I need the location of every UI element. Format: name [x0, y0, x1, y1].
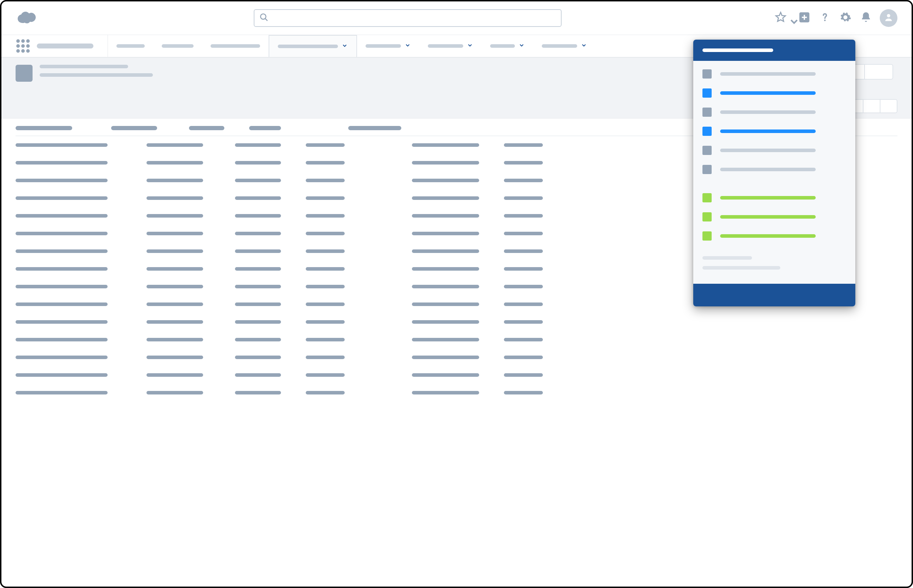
chevron-down-icon — [467, 42, 473, 50]
setup-menu-item[interactable] — [703, 127, 846, 136]
column-header[interactable] — [16, 126, 72, 130]
list-view-control-button[interactable] — [863, 99, 881, 113]
chevron-down-icon — [581, 42, 587, 50]
nav-tab-label — [365, 44, 401, 48]
setup-menu-title — [703, 48, 773, 52]
nav-tab[interactable] — [268, 35, 357, 57]
global-search-input[interactable] — [254, 9, 562, 27]
nav-tab[interactable] — [357, 35, 419, 57]
table-cell — [306, 285, 345, 288]
svg-point-4 — [887, 14, 890, 17]
table-row[interactable] — [16, 384, 897, 402]
table-cell — [235, 161, 281, 165]
table-cell — [235, 373, 281, 377]
setup-menu-item-icon — [703, 146, 712, 155]
table-cell — [306, 249, 345, 253]
table-cell — [504, 179, 543, 182]
nav-tab[interactable] — [153, 35, 202, 57]
nav-tab[interactable] — [482, 35, 533, 57]
table-row[interactable] — [16, 331, 897, 349]
setup-menu-item[interactable] — [703, 212, 846, 221]
setup-menu-item-icon — [703, 108, 712, 117]
setup-menu-item[interactable] — [703, 193, 846, 202]
table-cell — [235, 302, 281, 306]
svg-line-1 — [265, 18, 268, 21]
column-header[interactable] — [348, 126, 401, 130]
table-cell — [306, 161, 345, 165]
setup-menu-header — [693, 40, 855, 61]
table-row[interactable] — [16, 313, 897, 331]
table-cell — [16, 373, 108, 377]
setup-menu-item-label — [720, 129, 816, 133]
favorites-button[interactable] — [777, 11, 790, 25]
add-icon — [798, 11, 810, 25]
header-action-button[interactable] — [865, 64, 893, 79]
setup-menu-item[interactable] — [703, 89, 846, 98]
table-cell — [306, 391, 345, 394]
table-row[interactable] — [16, 366, 897, 384]
svg-point-0 — [260, 14, 266, 19]
page-subtitle — [40, 73, 153, 77]
table-cell — [147, 196, 203, 200]
table-cell — [16, 249, 108, 253]
table-cell — [147, 232, 203, 235]
column-header[interactable] — [111, 126, 157, 130]
table-cell — [412, 355, 479, 359]
setup-menu-footer-line[interactable] — [703, 266, 780, 270]
table-cell — [504, 338, 543, 341]
column-header[interactable] — [189, 126, 225, 130]
table-cell — [504, 320, 543, 324]
table-cell — [412, 161, 479, 165]
list-view-control-button[interactable] — [881, 99, 897, 113]
table-cell — [504, 196, 543, 200]
nav-tab[interactable] — [533, 35, 596, 57]
table-cell — [235, 267, 281, 271]
table-cell — [306, 232, 345, 235]
setup-menu-item-icon — [703, 89, 712, 98]
table-cell — [16, 338, 108, 341]
setup-menu-item-label — [720, 110, 816, 114]
table-cell — [306, 302, 345, 306]
table-cell — [306, 320, 345, 324]
table-cell — [147, 285, 203, 288]
help-button[interactable] — [818, 11, 832, 25]
nav-tab-label — [278, 45, 338, 48]
table-cell — [306, 267, 345, 271]
table-cell — [504, 214, 543, 218]
table-cell — [412, 143, 479, 147]
setup-menu-item-label — [720, 234, 816, 238]
search-icon — [259, 13, 268, 23]
setup-menu-item-icon — [703, 231, 712, 241]
global-header-actions — [777, 9, 897, 27]
chevron-down-icon — [404, 42, 411, 50]
nav-tab[interactable] — [202, 35, 268, 57]
table-cell — [504, 355, 543, 359]
column-header[interactable] — [249, 126, 281, 130]
notifications-button[interactable] — [859, 11, 873, 25]
global-add-button[interactable] — [798, 11, 811, 25]
setup-menu-footer-line[interactable] — [703, 256, 752, 260]
setup-gear-button[interactable] — [839, 11, 852, 25]
table-row[interactable] — [16, 349, 897, 366]
table-cell — [235, 179, 281, 182]
user-avatar-icon — [884, 12, 894, 24]
setup-menu-item[interactable] — [703, 146, 846, 155]
app-name — [37, 35, 108, 57]
salesforce-cloud-logo-icon[interactable] — [16, 10, 38, 26]
page-title — [40, 65, 128, 68]
table-cell — [235, 355, 281, 359]
table-cell — [504, 143, 543, 147]
table-cell — [504, 249, 543, 253]
table-cell — [235, 391, 281, 394]
setup-menu-item[interactable] — [703, 69, 846, 79]
table-cell — [147, 373, 203, 377]
setup-menu-item[interactable] — [703, 108, 846, 117]
setup-menu-item[interactable] — [703, 231, 846, 241]
chevron-down-icon — [341, 42, 348, 50]
setup-menu-item[interactable] — [703, 165, 846, 174]
nav-tab[interactable] — [419, 35, 482, 57]
table-cell — [412, 214, 479, 218]
nav-tab[interactable] — [108, 35, 153, 57]
app-launcher-button[interactable] — [16, 35, 31, 57]
user-avatar-button[interactable] — [880, 9, 897, 27]
